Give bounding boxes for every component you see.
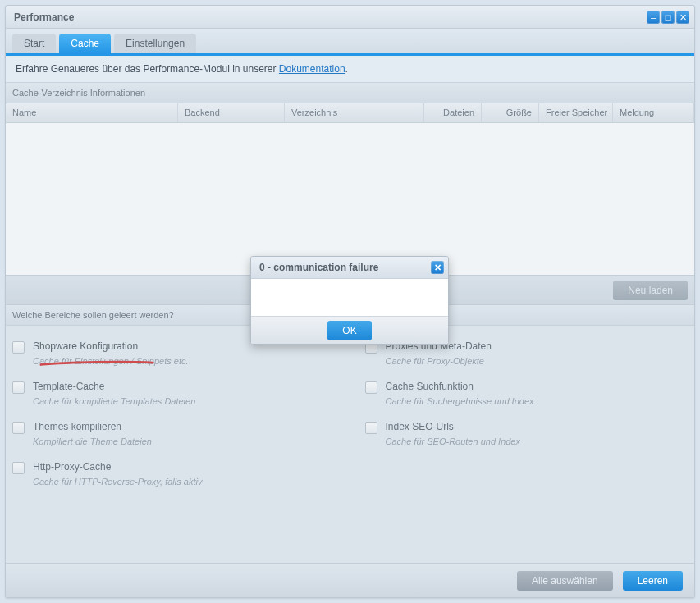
tab-cache[interactable]: Cache — [59, 34, 111, 53]
dialog-close-icon[interactable]: ✕ — [431, 261, 444, 274]
minimize-icon[interactable]: – — [647, 11, 660, 24]
window-titlebar[interactable]: Performance – □ ✕ — [6, 6, 694, 29]
footer-toolbar: Alle auswählen Leeren — [6, 563, 694, 597]
dialog-body — [251, 279, 448, 316]
dialog-ok-button[interactable]: OK — [327, 321, 371, 340]
dialog-footer: OK — [251, 316, 448, 344]
select-all-button[interactable]: Alle auswählen — [517, 571, 613, 591]
window-controls: – □ ✕ — [647, 11, 689, 24]
error-dialog: 0 - communication failure ✕ OK — [250, 256, 449, 345]
info-banner: Erfahre Genaueres über das Performance-M… — [6, 56, 694, 83]
tab-strip: Start Cache Einstellungen — [6, 29, 694, 53]
info-text: Erfahre Genaueres über das Performance-M… — [16, 63, 279, 75]
close-icon[interactable]: ✕ — [676, 11, 689, 24]
window-title: Performance — [14, 11, 647, 23]
dialog-titlebar[interactable]: 0 - communication failure ✕ — [251, 257, 448, 279]
tab-einstellungen[interactable]: Einstellungen — [114, 34, 196, 53]
documentation-link[interactable]: Dokumentation — [279, 63, 345, 75]
tab-start[interactable]: Start — [12, 34, 56, 53]
maximize-icon[interactable]: □ — [661, 11, 675, 24]
clear-button[interactable]: Leeren — [623, 571, 683, 591]
info-period: . — [345, 63, 348, 75]
dialog-title-text: 0 - communication failure — [259, 262, 431, 273]
